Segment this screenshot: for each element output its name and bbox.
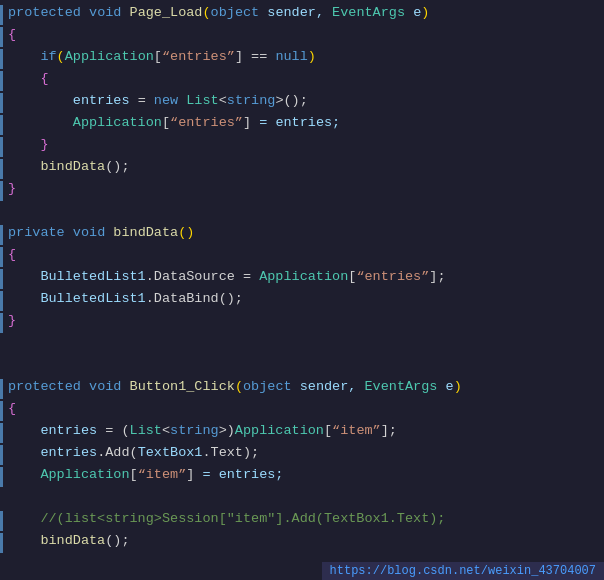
token: { xyxy=(8,401,16,416)
token: sender, xyxy=(292,379,365,394)
code-line: BulletedList1.DataSource = Application[“… xyxy=(0,268,604,290)
line-content: protected void Button1_Click(object send… xyxy=(8,379,462,394)
token: .DataSource = xyxy=(146,269,259,284)
code-line: protected void Page_Load(object sender, … xyxy=(0,4,604,26)
token: EventArgs xyxy=(365,379,438,394)
token: object xyxy=(243,379,292,394)
token xyxy=(8,445,40,460)
line-gutter xyxy=(0,181,5,201)
line-content: if(Application[“entries”] == null) xyxy=(8,49,316,64)
token: “entries” xyxy=(356,269,429,284)
line-content: bindData(); xyxy=(8,533,130,548)
token: object xyxy=(211,5,260,20)
line-gutter xyxy=(0,313,5,333)
token: void xyxy=(89,5,121,20)
code-line: bindData(); xyxy=(0,158,604,180)
line-gutter xyxy=(0,5,5,25)
token xyxy=(8,159,40,174)
token: ( xyxy=(202,5,210,20)
code-line: if(Application[“entries”] == null) xyxy=(0,48,604,70)
line-gutter xyxy=(0,225,5,245)
token: Application xyxy=(65,49,154,64)
line-gutter xyxy=(0,357,5,377)
token: BulletedList1 xyxy=(40,291,145,306)
code-line: //(list<string>Session["item"].Add(TextB… xyxy=(0,510,604,532)
token: (); xyxy=(105,159,129,174)
line-gutter xyxy=(0,423,5,443)
line-content: private void bindData() xyxy=(8,225,194,240)
token: entries xyxy=(40,423,97,438)
line-gutter xyxy=(0,203,5,223)
token: = xyxy=(130,93,154,108)
code-line: } xyxy=(0,136,604,158)
line-gutter xyxy=(0,533,5,553)
token: [ xyxy=(130,467,138,482)
line-content: { xyxy=(8,247,16,262)
code-line: private void bindData() xyxy=(0,224,604,246)
token: = ( xyxy=(97,423,129,438)
line-content: entries.Add(TextBox1.Text); xyxy=(8,445,259,460)
token: = entries; xyxy=(194,467,283,482)
token: BulletedList1 xyxy=(40,269,145,284)
token: } xyxy=(8,137,49,152)
token: “entries” xyxy=(162,49,235,64)
token: ( xyxy=(57,49,65,64)
line-gutter xyxy=(0,247,5,267)
line-gutter xyxy=(0,269,5,289)
token: “item” xyxy=(332,423,381,438)
token: “item” xyxy=(138,467,187,482)
token: .DataBind(); xyxy=(146,291,243,306)
line-content xyxy=(8,203,16,218)
token: private xyxy=(8,225,65,240)
line-gutter xyxy=(0,489,5,509)
line-content: bindData(); xyxy=(8,159,130,174)
line-gutter xyxy=(0,291,5,311)
line-content: Application[“item”] = entries; xyxy=(8,467,283,482)
line-gutter xyxy=(0,49,5,69)
token: ] xyxy=(243,115,251,130)
line-gutter xyxy=(0,137,5,157)
token: ( xyxy=(235,379,243,394)
code-line: entries = (List<string>)Application[“ite… xyxy=(0,422,604,444)
token xyxy=(81,5,89,20)
token: List xyxy=(186,93,218,108)
code-line: BulletedList1.DataBind(); xyxy=(0,290,604,312)
line-content: entries = (List<string>)Application[“ite… xyxy=(8,423,397,438)
code-line xyxy=(0,202,604,224)
line-content: } xyxy=(8,313,16,328)
token: Application xyxy=(235,423,324,438)
token: () xyxy=(178,225,194,240)
token xyxy=(121,5,129,20)
line-gutter xyxy=(0,71,5,91)
token xyxy=(8,511,40,526)
token: new xyxy=(154,93,178,108)
token: Application xyxy=(73,115,162,130)
token xyxy=(65,225,73,240)
token: void xyxy=(73,225,105,240)
token: if xyxy=(40,49,56,64)
token: [ xyxy=(162,115,170,130)
token xyxy=(81,379,89,394)
line-gutter xyxy=(0,379,5,399)
token: Application xyxy=(259,269,348,284)
token: = entries; xyxy=(251,115,340,130)
token: ) xyxy=(454,379,462,394)
token xyxy=(8,533,40,548)
token: Button1_Click xyxy=(130,379,235,394)
token: } xyxy=(8,313,16,328)
token: { xyxy=(8,247,16,262)
line-content: { xyxy=(8,27,16,42)
token xyxy=(8,467,40,482)
token xyxy=(121,379,129,394)
line-content: } xyxy=(8,181,16,196)
line-gutter xyxy=(0,467,5,487)
code-line: { xyxy=(0,246,604,268)
token: e xyxy=(405,5,421,20)
token: Page_Load xyxy=(130,5,203,20)
url-bar: https://blog.csdn.net/weixin_43704007 xyxy=(322,562,604,580)
token: ] xyxy=(235,49,243,64)
line-gutter xyxy=(0,93,5,113)
token: entries xyxy=(73,93,130,108)
token: bindData xyxy=(113,225,178,240)
token xyxy=(8,269,40,284)
